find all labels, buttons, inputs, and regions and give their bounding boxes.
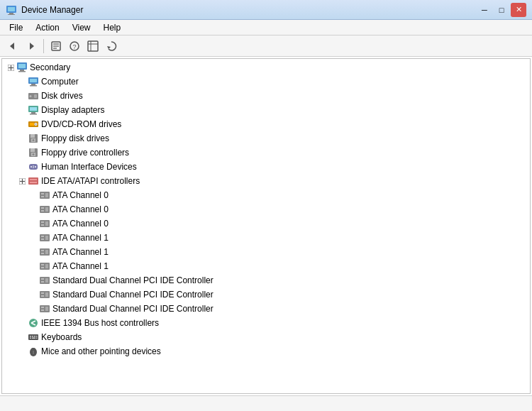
expand-icon[interactable] — [16, 133, 28, 144]
tree-item-icon — [39, 275, 50, 286]
tree-item-dvd-cdrom[interactable]: DVD/CD-ROM drives — [2, 117, 530, 131]
expand-icon[interactable] — [28, 204, 39, 215]
svg-rect-95 — [30, 336, 31, 337]
expand-icon[interactable] — [28, 261, 39, 272]
tree-item-disk-drives[interactable]: Disk drives — [2, 89, 530, 103]
svg-rect-2 — [9, 13, 13, 14]
tree-item-keyboards[interactable]: Keyboards — [2, 330, 530, 344]
svg-rect-66 — [41, 221, 44, 223]
tree-item-label: IDE ATA/ATAPI controllers — [41, 176, 140, 186]
expand-icon[interactable] — [28, 275, 39, 286]
menu-action[interactable]: Action — [29, 21, 65, 35]
tree-item-ide-atapi[interactable]: IDE ATA/ATAPI controllers — [2, 174, 530, 188]
tree-item-std-pci-2[interactable]: Standard Dual Channel PCI IDE Controller — [2, 287, 530, 302]
svg-rect-86 — [41, 292, 44, 294]
tree-item-label: Floppy disk drives — [41, 133, 109, 143]
svg-rect-70 — [41, 236, 44, 237]
svg-rect-59 — [41, 196, 44, 197]
close-button[interactable]: ✕ — [511, 3, 526, 17]
back-button[interactable] — [4, 38, 21, 55]
svg-rect-94 — [28, 334, 38, 340]
expand-icon[interactable] — [16, 346, 28, 357]
tree-item-display-adapters[interactable]: Display adapters — [2, 103, 530, 117]
expand-icon[interactable] — [28, 232, 39, 243]
svg-rect-96 — [32, 336, 33, 337]
tree-item-ata-ch0-2[interactable]: ATA Channel 0 — [2, 202, 530, 217]
refresh-button[interactable] — [103, 38, 120, 55]
tree-item-icon — [28, 331, 39, 343]
svg-rect-55 — [30, 179, 37, 180]
tree-item-label: DVD/CD-ROM drives — [41, 119, 121, 129]
help-button[interactable]: ? — [66, 38, 83, 55]
tree-item-floppy-disk[interactable]: Floppy disk drives — [2, 131, 530, 146]
menu-view[interactable]: View — [66, 21, 97, 35]
expand-icon[interactable] — [28, 218, 39, 229]
tree-item-icon — [28, 119, 39, 130]
tree-item-label: Floppy drive controllers — [41, 148, 129, 158]
toolbar-separator-1 — [43, 39, 44, 53]
expand-icon[interactable] — [16, 104, 28, 116]
tree-item-label: Secondary — [30, 62, 70, 72]
expand-icon[interactable] — [5, 62, 16, 73]
svg-point-48 — [33, 165, 34, 167]
tree-item-std-pci-1[interactable]: Standard Dual Channel PCI IDE Controller — [2, 273, 530, 287]
menu-help[interactable]: Help — [97, 21, 128, 35]
expand-icon[interactable] — [16, 90, 28, 102]
tree-item-icon — [28, 90, 39, 102]
svg-rect-56 — [30, 182, 37, 183]
tree-item-ata-ch1-1[interactable]: ATA Channel 1 — [2, 231, 530, 245]
tree-item-floppy-drive[interactable]: Floppy drive controllers — [2, 146, 530, 160]
expand-icon[interactable] — [16, 76, 28, 87]
svg-rect-83 — [41, 281, 44, 283]
svg-rect-75 — [41, 253, 44, 254]
tree-item-mice[interactable]: Mice and other pointing devices — [2, 344, 530, 358]
expand-icon[interactable] — [16, 147, 28, 158]
menu-file[interactable]: File — [3, 21, 29, 35]
expand-icon[interactable] — [16, 331, 28, 343]
forward-button[interactable] — [23, 38, 40, 55]
window-title: Device Manager — [21, 5, 83, 15]
device-tree[interactable]: Secondary Computer Disk drives Display a… — [1, 58, 531, 394]
expand-icon[interactable] — [28, 246, 39, 258]
tree-item-icon — [28, 104, 39, 116]
expand-icon[interactable] — [16, 175, 28, 187]
restore-button[interactable]: □ — [494, 3, 509, 17]
tree-item-ata-ch0-3[interactable]: ATA Channel 0 — [2, 217, 530, 231]
expand-icon[interactable] — [28, 190, 39, 201]
minimize-button[interactable]: ─ — [477, 3, 492, 17]
svg-rect-78 — [41, 264, 44, 265]
svg-point-41 — [33, 139, 35, 141]
expand-icon[interactable] — [16, 161, 28, 172]
tree-item-label: ATA Channel 1 — [52, 261, 109, 271]
tree-item-computer[interactable]: Computer — [2, 75, 530, 89]
tree-item-std-pci-3[interactable]: Standard Dual Channel PCI IDE Controller — [2, 302, 530, 316]
svg-rect-74 — [41, 250, 44, 251]
expand-icon[interactable] — [28, 303, 39, 314]
svg-rect-25 — [31, 84, 35, 85]
expand-icon[interactable] — [28, 289, 39, 300]
tree-item-icon — [28, 133, 39, 144]
svg-point-29 — [30, 95, 32, 97]
svg-rect-100 — [32, 338, 35, 339]
tree-item-icon — [39, 246, 50, 258]
svg-point-50 — [33, 167, 34, 168]
tree-item-hid[interactable]: Human Interface Devices — [2, 160, 530, 174]
tree-item-ieee1394[interactable]: IEEE 1394 Bus host controllers — [2, 316, 530, 330]
tree-item-label: IEEE 1394 Bus host controllers — [41, 318, 159, 328]
svg-rect-97 — [34, 336, 35, 337]
tree-item-icon — [39, 289, 50, 300]
properties-button[interactable] — [48, 38, 65, 55]
tree-item-icon — [39, 190, 50, 201]
tree-item-ata-ch1-3[interactable]: ATA Channel 1 — [2, 259, 530, 273]
tree-item-ata-ch1-2[interactable]: ATA Channel 1 — [2, 245, 530, 259]
expand-icon[interactable] — [16, 119, 28, 130]
tree-item-ata-ch0-1[interactable]: ATA Channel 0 — [2, 188, 530, 202]
tree-item-label: ATA Channel 1 — [52, 247, 109, 257]
scan-button[interactable] — [84, 38, 101, 55]
svg-rect-82 — [41, 278, 44, 280]
svg-rect-21 — [20, 70, 24, 71]
menu-bar: File Action View Help — [0, 20, 532, 35]
tree-item-label: Keyboards — [41, 332, 82, 342]
expand-icon[interactable] — [16, 317, 28, 329]
tree-item-secondary[interactable]: Secondary — [2, 60, 530, 75]
